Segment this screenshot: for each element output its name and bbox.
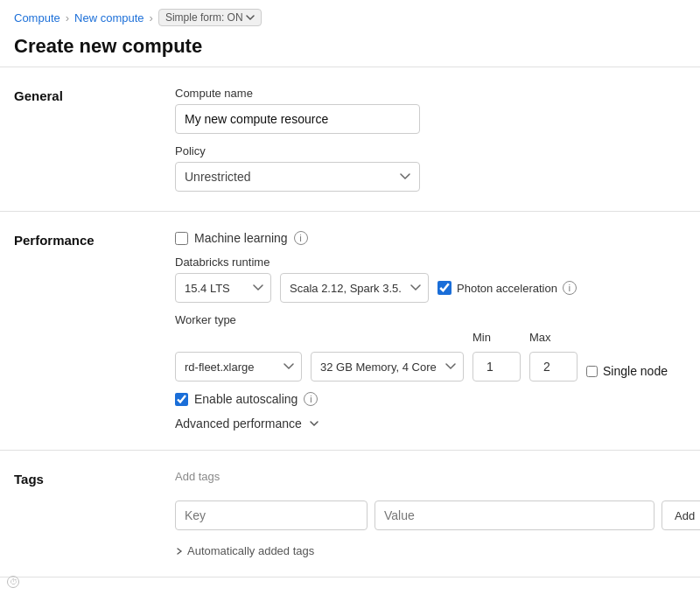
machine-learning-checkbox[interactable] — [175, 232, 188, 245]
databricks-runtime-field: Databricks runtime 15.4 LTS Scala 2.12, … — [175, 256, 686, 303]
tag-value-input[interactable] — [374, 500, 654, 530]
min-input[interactable] — [472, 352, 521, 382]
page-title: Create new compute — [0, 32, 700, 66]
runtime-row: 15.4 LTS Scala 2.12, Spark 3.5.0 Photon … — [175, 273, 686, 303]
tags-label: Tags — [0, 470, 175, 557]
machine-learning-info-icon[interactable]: i — [294, 231, 308, 245]
max-label: Max — [529, 331, 578, 344]
add-tag-button[interactable]: Add — [662, 500, 700, 530]
worker-type-select[interactable]: rd-fleet.xlarge — [175, 352, 302, 382]
policy-label: Policy — [175, 144, 686, 158]
general-section: General Compute name Policy Unrestricted… — [0, 67, 700, 211]
general-label: General — [0, 87, 175, 192]
breadcrumb-new-compute-link[interactable]: New compute — [74, 11, 144, 24]
performance-label: Performance — [0, 231, 175, 430]
autoscaling-label: Enable autoscaling — [194, 392, 298, 406]
machine-learning-label: Machine learning — [194, 231, 288, 245]
worker-row: rd-fleet.xlarge 32 GB Memory, 4 Cores Mi… — [175, 331, 686, 382]
clock-icon: ⏱ — [7, 576, 19, 588]
max-input[interactable] — [529, 352, 578, 382]
tags-section: Tags Add tags Add Automatically added ta… — [0, 451, 700, 577]
autoscaling-row: Enable autoscaling i — [175, 392, 686, 406]
compute-name-input[interactable] — [175, 104, 420, 134]
runtime-version-select[interactable]: 15.4 LTS — [175, 273, 271, 303]
simple-form-chevron-icon — [246, 15, 255, 21]
tags-content: Add tags Add Automatically added tags — [175, 470, 700, 557]
min-label: Min — [472, 331, 521, 344]
photon-row: Photon acceleration i — [438, 281, 577, 295]
performance-section: Performance Machine learning i Databrick… — [0, 212, 700, 450]
performance-content: Machine learning i Databricks runtime 15… — [175, 231, 686, 430]
advanced-performance-chevron-icon — [307, 416, 321, 430]
policy-select[interactable]: Unrestricted Personal Compute Power User… — [175, 162, 420, 192]
databricks-runtime-label: Databricks runtime — [175, 256, 686, 269]
photon-label: Photon acceleration — [457, 282, 557, 295]
compute-name-label: Compute name — [175, 87, 686, 100]
advanced-performance-toggle[interactable]: Advanced performance — [175, 416, 686, 430]
worker-type-label: Worker type — [175, 313, 686, 326]
breadcrumb-sep-2: › — [150, 11, 153, 24]
autoscaling-info-icon[interactable]: i — [304, 392, 318, 406]
policy-field: Policy Unrestricted Personal Compute Pow… — [175, 144, 686, 192]
single-node-label: Single node — [603, 364, 668, 378]
runtime-scala-select[interactable]: Scala 2.12, Spark 3.5.0 — [280, 273, 429, 303]
photon-info-icon[interactable]: i — [563, 281, 577, 295]
machine-learning-row: Machine learning i — [175, 231, 686, 245]
simple-form-badge[interactable]: Simple form: ON — [158, 9, 262, 26]
auto-tags-toggle[interactable]: Automatically added tags — [175, 544, 700, 557]
worker-memory-select[interactable]: 32 GB Memory, 4 Cores — [311, 352, 464, 382]
advanced-section: Advanced › — [0, 578, 700, 595]
tag-inputs-row: Add — [175, 500, 700, 530]
min-max-wrap: Min Max — [472, 331, 578, 382]
single-node-checkbox[interactable] — [586, 366, 598, 377]
autoscaling-checkbox[interactable] — [175, 393, 188, 406]
auto-tags-label: Automatically added tags — [187, 544, 314, 557]
auto-tags-chevron-icon — [175, 547, 184, 556]
max-field: Max — [529, 331, 578, 382]
photon-checkbox[interactable] — [438, 281, 452, 295]
min-field: Min — [472, 331, 521, 382]
worker-type-field: Worker type rd-fleet.xlarge 32 GB Memory… — [175, 313, 686, 382]
add-tags-label: Add tags — [175, 470, 700, 483]
single-node-row: Single node — [586, 364, 668, 382]
breadcrumb-sep-1: › — [66, 11, 69, 24]
breadcrumb-compute-link[interactable]: Compute — [14, 11, 60, 24]
general-content: Compute name Policy Unrestricted Persona… — [175, 87, 686, 192]
compute-name-field: Compute name — [175, 87, 686, 134]
breadcrumb: Compute › New compute › Simple form: ON — [0, 0, 700, 32]
footer-hint: ⏱ — [7, 576, 19, 588]
tag-key-input[interactable] — [175, 500, 368, 530]
advanced-performance-label: Advanced performance — [175, 416, 302, 430]
